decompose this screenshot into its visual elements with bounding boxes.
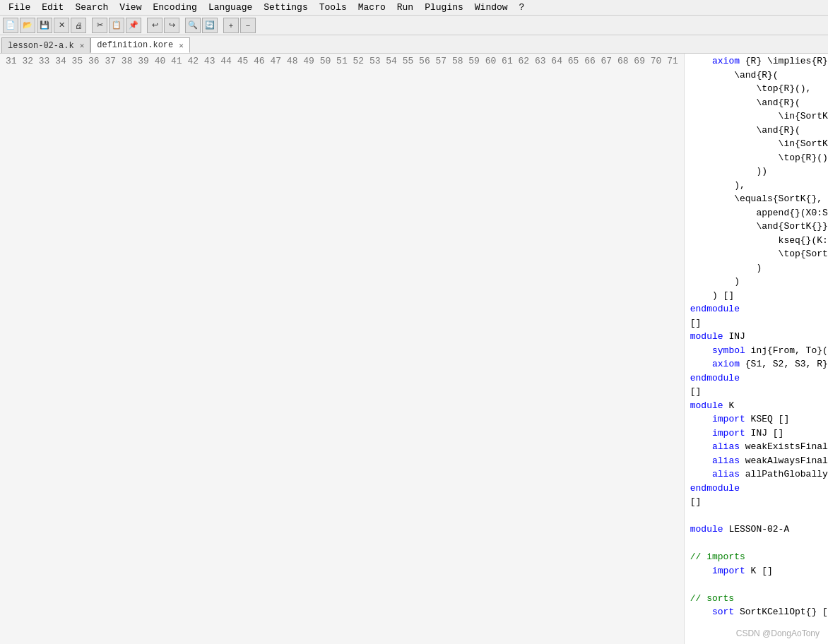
open-button[interactable]: 📂 [20,18,35,33]
toolbar-sep-1 [88,18,90,33]
menu-help[interactable]: ? [514,1,531,14]
tab-definition[interactable]: definition.kore ✕ [90,37,190,53]
menu-search[interactable]: Search [69,1,114,14]
toolbar: 📄 📂 💾 ✕ 🖨 ✂ 📋 📌 ↩ ↪ 🔍 🔄 + − [0,16,828,35]
copy-button[interactable]: 📋 [109,18,124,33]
close-button[interactable]: ✕ [54,18,69,33]
watermark: CSDN @DongAoTony [736,628,820,638]
tab-definition-label: definition.kore [97,40,173,50]
toolbar-sep-3 [181,18,184,33]
replace-button[interactable]: 🔄 [202,18,218,33]
menu-file[interactable]: File [3,1,36,14]
menu-run[interactable]: Run [391,1,419,14]
find-button[interactable]: 🔍 [185,18,201,33]
tab-definition-close[interactable]: ✕ [179,41,184,50]
tab-lesson-label: lesson-02-a.k [8,41,74,51]
cut-button[interactable]: ✂ [92,18,107,33]
toolbar-sep-2 [143,18,146,33]
editor: 31 32 33 34 35 36 37 38 39 40 41 42 43 4… [0,54,828,644]
menu-encoding[interactable]: Encoding [147,1,202,14]
tab-lesson[interactable]: lesson-02-a.k ✕ [1,37,90,53]
undo-button[interactable]: ↩ [147,18,162,33]
menu-settings[interactable]: Settings [258,1,313,14]
new-button[interactable]: 📄 [3,18,18,33]
zoom-in-button[interactable]: + [223,18,239,33]
tab-lesson-close[interactable]: ✕ [80,41,85,50]
menu-plugins[interactable]: Plugins [419,1,469,14]
menu-tools[interactable]: Tools [314,1,353,14]
menu-language[interactable]: Language [203,1,258,14]
code-area[interactable]: axiom {R} \implies{R}( \and{R}( \top{R}(… [685,54,828,644]
paste-button[interactable]: 📌 [126,18,141,33]
menubar: File Edit Search View Encoding Language … [0,0,828,16]
menu-view[interactable]: View [114,1,147,14]
save-button[interactable]: 💾 [37,18,52,33]
print-button[interactable]: 🖨 [71,18,86,33]
tabs-bar: lesson-02-a.k ✕ definition.kore ✕ [0,35,828,54]
line-numbers: 31 32 33 34 35 36 37 38 39 40 41 42 43 4… [0,54,685,644]
menu-window[interactable]: Window [469,1,514,14]
zoom-out-button[interactable]: − [240,18,256,33]
toolbar-sep-4 [219,18,222,33]
menu-edit[interactable]: Edit [36,1,69,14]
redo-button[interactable]: ↪ [164,18,179,33]
menu-macro[interactable]: Macro [353,1,391,14]
